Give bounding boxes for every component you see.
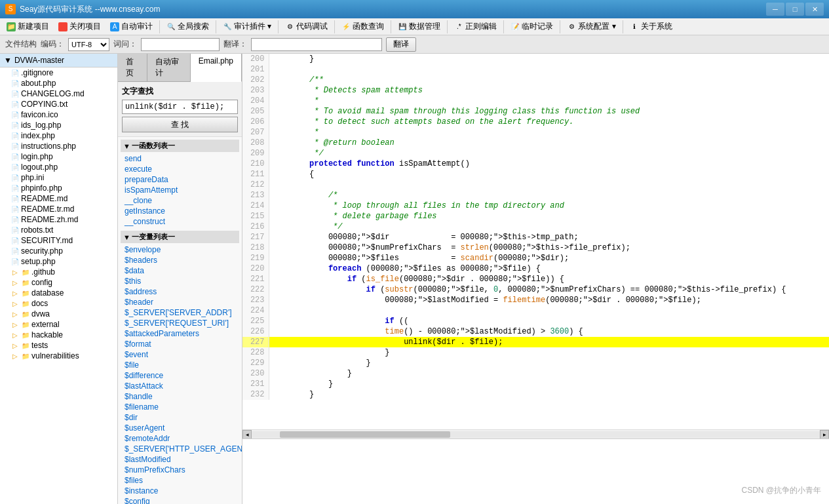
search-button[interactable]: 查 找 — [122, 117, 238, 132]
var-item[interactable]: $filename — [121, 402, 239, 412]
var-item[interactable]: $header — [121, 297, 239, 307]
table-row: 217 000080;">$dir = 000080;">$this->tmp_… — [242, 232, 829, 242]
menu-code-debug[interactable]: ⚙ 代码调试 — [281, 20, 332, 34]
func-item-clone[interactable]: __clone — [121, 195, 239, 206]
tree-item-readme-zh[interactable]: 📄 README.zh.md — [0, 214, 117, 225]
var-item[interactable]: $address — [121, 286, 239, 297]
tree-collapse-icon[interactable]: ▼ — [4, 56, 12, 65]
search-input[interactable] — [122, 100, 238, 114]
tree-item-instructions[interactable]: 📄 instructions.php — [0, 141, 117, 151]
func-item-execute[interactable]: execute — [121, 164, 239, 174]
var-item[interactable]: $file — [121, 360, 239, 370]
tree-item-phpinfo[interactable]: 📄 phpinfo.php — [0, 183, 117, 193]
tree-item-dvwa[interactable]: ▷ 📁 dvwa — [0, 309, 117, 319]
tree-item-idslog[interactable]: 📄 ids_log.php — [0, 120, 117, 130]
translate-input[interactable] — [251, 38, 382, 51]
func-list-collapse-icon[interactable]: ▼ — [123, 142, 130, 150]
tree-item-changelog[interactable]: 📄 CHANGELOG.md — [0, 88, 117, 99]
var-item[interactable]: $_SERVER['SERVER_ADDR'] — [121, 307, 239, 318]
var-item[interactable]: $_SERVER['HTTP_USER_AGENT'] — [121, 444, 239, 454]
func-item-getinstance[interactable]: getInstance — [121, 206, 239, 216]
tab-home[interactable]: 首页 — [118, 54, 147, 81]
tree-item-robots[interactable]: 📄 robots.txt — [0, 225, 117, 235]
tree-item-external[interactable]: ▷ 📁 external — [0, 319, 117, 330]
menu-temp-notes[interactable]: 📝 临时记录 — [507, 20, 557, 34]
tree-item-security-php[interactable]: 📄 security.php — [0, 246, 117, 256]
watermark: CSDN @抗争的小青年 — [741, 485, 821, 496]
tree-item-github[interactable]: ▷ 📁 .github — [0, 267, 117, 277]
tree-item-login[interactable]: 📄 login.php — [0, 151, 117, 162]
var-item[interactable]: $dir — [121, 412, 239, 423]
encoding-select[interactable]: UTF-8 GBK GB2312 — [68, 38, 109, 51]
scroll-right-arrow[interactable]: ▸ — [820, 430, 829, 439]
line-number: 231 — [242, 379, 269, 389]
menu-divider-2 — [216, 20, 216, 33]
var-item[interactable]: $instance — [121, 486, 239, 496]
tab-email-php[interactable]: Email.php — [191, 54, 242, 82]
var-item[interactable]: $this — [121, 276, 239, 286]
tree-item-tests[interactable]: ▷ 📁 tests — [0, 340, 117, 351]
sys-config-icon: ⚙ — [567, 22, 576, 31]
menu-close-project[interactable]: ✕ 关闭项目 — [54, 20, 105, 34]
scroll-thumb[interactable] — [280, 431, 450, 438]
tree-item-about[interactable]: 📄 about.php — [0, 78, 117, 88]
scroll-left-arrow[interactable]: ◂ — [242, 430, 252, 439]
func-item-isspam[interactable]: isSpamAttempt — [121, 185, 239, 195]
var-item[interactable]: $remoteAddr — [121, 433, 239, 444]
menu-global-search[interactable]: 🔍 全局搜索 — [163, 20, 213, 34]
line-number: 228 — [242, 347, 269, 358]
table-row: 210 protected function isSpamAttempt() — [242, 159, 829, 169]
tree-item-readme-tr[interactable]: 📄 README.tr.md — [0, 204, 117, 214]
var-item[interactable]: $userAgent — [121, 423, 239, 433]
tree-item-phpini[interactable]: 📄 php.ini — [0, 172, 117, 183]
var-item[interactable]: $files — [121, 475, 239, 486]
tree-item-gitignore[interactable]: 📄 .gitignore — [0, 68, 117, 78]
tree-item-hackable[interactable]: ▷ 📁 hackable — [0, 330, 117, 340]
close-button[interactable]: ✕ — [805, 3, 824, 16]
keyword-input[interactable] — [141, 38, 220, 51]
var-item[interactable]: $config — [121, 496, 239, 504]
func-item-send[interactable]: send — [121, 153, 239, 164]
menu-data-mgmt[interactable]: 💾 数据管理 — [394, 20, 444, 34]
menu-new-project[interactable]: 📁 新建项目 — [3, 20, 53, 34]
tree-item-favicon[interactable]: 📄 favicon.ico — [0, 109, 117, 120]
var-item[interactable]: $difference — [121, 370, 239, 381]
var-item[interactable]: $envelope — [121, 244, 239, 255]
tree-item-setup[interactable]: 📄 setup.php — [0, 256, 117, 267]
var-item[interactable]: $_SERVER['REQUEST_URI'] — [121, 318, 239, 328]
tree-item-database[interactable]: ▷ 📁 database — [0, 288, 117, 298]
var-item[interactable]: $event — [121, 349, 239, 360]
tree-item-copying[interactable]: 📄 COPYING.txt — [0, 99, 117, 109]
code-area[interactable]: 200 }201202 /**203 * Detects spam attemp… — [242, 54, 829, 429]
menu-auto-audit[interactable]: A 自动审计 — [106, 20, 157, 34]
var-item[interactable]: $handle — [121, 391, 239, 402]
func-item-construct[interactable]: __construct — [121, 216, 239, 227]
func-item-preparedata[interactable]: prepareData — [121, 174, 239, 185]
horizontal-scrollbar[interactable]: ◂ ▸ — [242, 429, 829, 438]
tree-item-logout[interactable]: 📄 logout.php — [0, 162, 117, 172]
tree-item-docs[interactable]: ▷ 📁 docs — [0, 298, 117, 309]
var-item[interactable]: $lastAttack — [121, 381, 239, 391]
var-item[interactable]: $format — [121, 339, 239, 349]
tree-item-index[interactable]: 📄 index.php — [0, 130, 117, 141]
var-item[interactable]: $lastModified — [121, 454, 239, 465]
minimize-button[interactable]: ─ — [766, 3, 784, 16]
menu-about[interactable]: ℹ 关于系统 — [626, 20, 676, 34]
scroll-track[interactable] — [252, 431, 820, 438]
var-item[interactable]: $headers — [121, 255, 239, 265]
menu-sys-config[interactable]: ⚙ 系统配置 ▾ — [563, 20, 619, 34]
menu-regex-edit[interactable]: .* 正则编辑 — [450, 20, 501, 34]
var-item[interactable]: $numPrefixChars — [121, 465, 239, 475]
tree-item-readme[interactable]: 📄 README.md — [0, 193, 117, 204]
var-item[interactable]: $attackedParameters — [121, 328, 239, 339]
tree-item-config[interactable]: ▷ 📁 config — [0, 277, 117, 288]
tree-item-vulnerabilities[interactable]: ▷ 📁 vulnerabilities — [0, 351, 117, 361]
var-item[interactable]: $data — [121, 265, 239, 276]
tree-item-security-md[interactable]: 📄 SECURITY.md — [0, 235, 117, 246]
menu-func-query[interactable]: ⚡ 函数查询 — [337, 20, 388, 34]
translate-button[interactable]: 翻译 — [386, 37, 416, 52]
var-list-collapse-icon[interactable]: ▼ — [123, 233, 130, 241]
menu-audit-plugin[interactable]: 🔧 审计插件 ▾ — [219, 20, 275, 34]
tab-auto-audit[interactable]: 自动审计 — [147, 54, 190, 81]
maximize-button[interactable]: □ — [786, 3, 804, 16]
